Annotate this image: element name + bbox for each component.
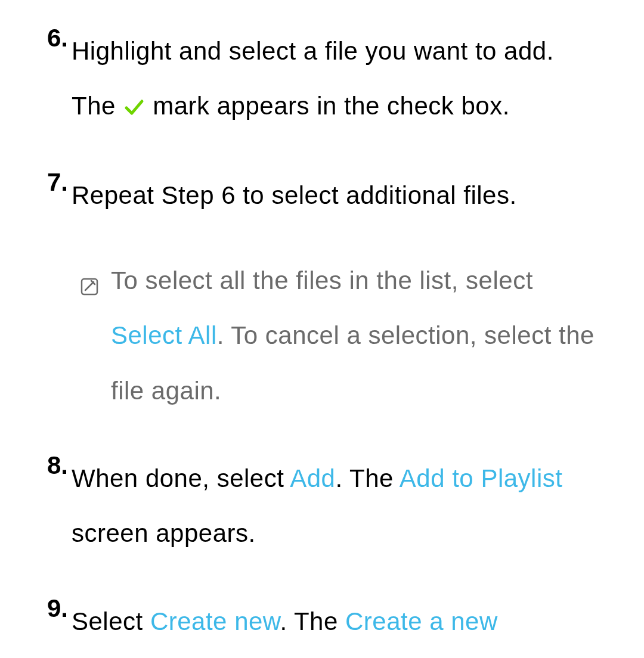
step-number: 8. (42, 451, 72, 561)
text: mark appears in the check box. (145, 92, 510, 120)
step-7: 7. Repeat Step 6 to select additional fi… (42, 168, 602, 418)
check-icon (124, 80, 144, 135)
step-body: When done, select Add. The Add to Playli… (72, 451, 602, 561)
highlight: Add to Playlist (400, 464, 563, 492)
step-number: 9. (42, 594, 72, 649)
highlight: Add (290, 464, 335, 492)
step-9: 9. Select Create new. The Create a new (42, 594, 602, 649)
text: . The (280, 607, 345, 635)
step-body: Highlight and select a file you want to … (72, 24, 602, 135)
highlight: Select All (111, 321, 217, 349)
step-body: Select Create new. The Create a new (72, 594, 602, 649)
text: screen appears. (72, 519, 256, 547)
text: . The (335, 464, 399, 492)
step-8: 8. When done, select Add. The Add to Pla… (42, 451, 602, 561)
text: Repeat Step 6 to select additional files… (72, 181, 517, 209)
highlight: Create new (150, 607, 280, 635)
highlight: Create a new (345, 607, 498, 635)
note-icon (80, 260, 99, 418)
step-body: Repeat Step 6 to select additional files… (72, 168, 602, 418)
step-number: 7. (42, 168, 72, 418)
note-body: To select all the files in the list, sel… (111, 253, 602, 418)
step-6: 6. Highlight and select a file you want … (42, 24, 602, 135)
text: To select all the files in the list, sel… (111, 266, 533, 294)
note: To select all the files in the list, sel… (80, 253, 602, 418)
text: Select (72, 607, 150, 635)
step-number: 6. (42, 24, 72, 135)
text: When done, select (72, 464, 290, 492)
